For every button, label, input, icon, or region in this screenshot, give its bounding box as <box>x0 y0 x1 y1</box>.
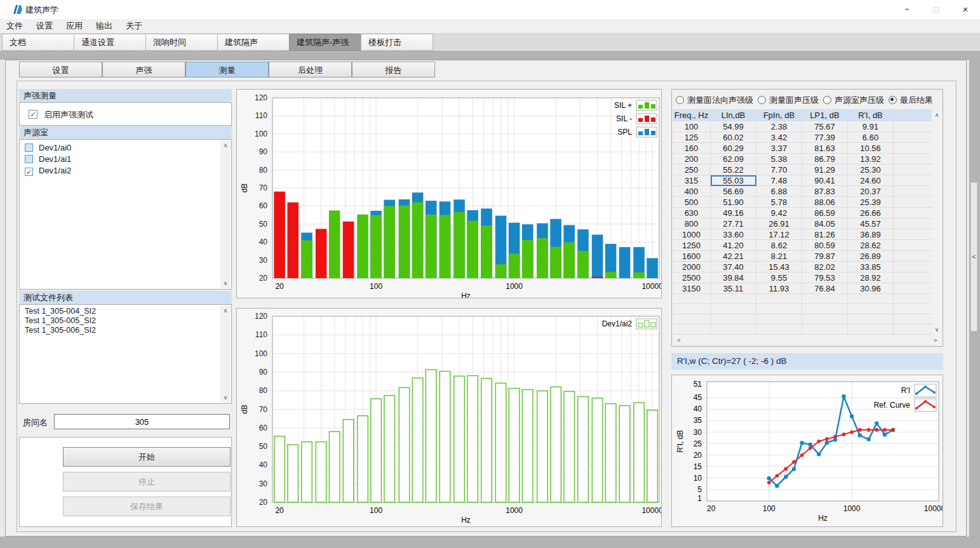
table-cell[interactable] <box>894 218 932 229</box>
main-tab-4[interactable]: 建筑隔声-声强 <box>289 34 361 51</box>
table-cell[interactable] <box>802 324 848 335</box>
main-tab-0[interactable]: 文档 <box>2 34 74 51</box>
table-cell[interactable]: 25.39 <box>848 197 894 208</box>
table-cell[interactable]: 49.16 <box>711 208 756 218</box>
table-cell[interactable]: 30.96 <box>848 283 894 294</box>
channel-checkbox[interactable]: ✓ <box>25 168 33 176</box>
table-header-cell[interactable]: FpIn, dB <box>756 109 802 121</box>
menu-item-4[interactable]: 关于 <box>121 20 147 32</box>
table-cell[interactable]: 800 <box>673 218 711 229</box>
table-cell[interactable]: 56.69 <box>711 186 756 197</box>
table-header-cell[interactable]: Freq., Hz <box>673 109 711 121</box>
table-cell[interactable]: 26.91 <box>756 218 802 229</box>
table-cell[interactable]: 45.57 <box>848 218 894 229</box>
table-cell[interactable] <box>673 294 711 304</box>
table-cell[interactable]: 33.85 <box>848 262 894 272</box>
table-cell[interactable] <box>802 294 848 304</box>
radio-selected-icon[interactable] <box>889 96 897 104</box>
table-cell[interactable]: 55.22 <box>711 164 756 175</box>
radio-option-0[interactable]: 测量面法向声强级 <box>676 95 753 105</box>
table-header-cell[interactable]: LIn,dB <box>711 109 756 121</box>
table-cell[interactable]: 315 <box>673 175 711 186</box>
table-cell[interactable]: 24.60 <box>848 175 894 186</box>
table-hscrollbar[interactable]: < > <box>673 335 942 345</box>
table-cell[interactable]: 8.21 <box>756 251 802 262</box>
table-cell[interactable]: 86.59 <box>802 208 848 218</box>
table-cell[interactable]: 13.92 <box>848 154 894 164</box>
sub-tab-4[interactable]: 报告 <box>352 62 435 77</box>
table-cell[interactable] <box>802 314 848 324</box>
table-cell[interactable]: 20.37 <box>848 186 894 197</box>
test-file-item-0[interactable]: Test 1_305-004_SI2 <box>20 307 231 316</box>
test-file-item-2[interactable]: Test 1_305-006_SI2 <box>20 326 231 335</box>
scroll-up-icon[interactable]: ∧ <box>220 305 231 316</box>
table-cell[interactable]: 81.63 <box>802 143 848 154</box>
table-cell[interactable]: 35.11 <box>711 283 756 294</box>
table-cell[interactable]: 79.53 <box>802 272 848 283</box>
maximize-button[interactable]: □ <box>922 0 951 19</box>
table-cell[interactable]: 17.12 <box>756 229 802 240</box>
table-cell[interactable] <box>894 175 932 186</box>
table-cell[interactable] <box>848 324 894 335</box>
table-cell[interactable] <box>848 304 894 314</box>
main-tab-2[interactable]: 混响时间 <box>145 34 218 51</box>
table-header-cell[interactable]: R'I, dB <box>848 109 894 121</box>
scroll-up-icon[interactable]: ∧ <box>220 140 231 150</box>
channel-checkbox[interactable] <box>25 155 33 163</box>
channel-checkbox[interactable] <box>25 144 33 152</box>
table-cell[interactable]: 88.06 <box>802 197 848 208</box>
table-cell[interactable]: 6.60 <box>848 132 894 143</box>
collapse-panel-handle[interactable]: < <box>970 182 977 331</box>
table-cell[interactable]: 51.90 <box>711 197 756 208</box>
table-cell[interactable] <box>673 304 711 314</box>
table-cell[interactable]: 77.39 <box>802 132 848 143</box>
scroll-up-icon[interactable]: ∧ <box>932 110 942 120</box>
table-cell[interactable]: 400 <box>673 186 711 197</box>
save-results-button[interactable]: 保存结果 <box>63 497 231 516</box>
table-cell[interactable]: 1600 <box>673 251 711 262</box>
close-button[interactable]: × <box>951 0 980 19</box>
table-cell[interactable] <box>894 240 932 251</box>
table-cell[interactable]: 630 <box>673 208 711 218</box>
table-cell[interactable]: 200 <box>673 154 711 164</box>
table-cell[interactable] <box>756 314 802 324</box>
table-cell[interactable] <box>894 132 932 143</box>
table-cell[interactable]: 41.20 <box>711 240 756 251</box>
table-cell[interactable] <box>894 283 932 294</box>
table-cell[interactable]: 36.89 <box>848 229 894 240</box>
table-cell[interactable]: 5.78 <box>756 197 802 208</box>
table-cell[interactable] <box>756 324 802 335</box>
table-cell[interactable]: 27.71 <box>711 218 756 229</box>
table-cell[interactable]: 60.29 <box>711 143 756 154</box>
table-cell[interactable]: 28.62 <box>848 240 894 251</box>
source-room-item-0[interactable]: Dev1/ai0 <box>20 142 231 154</box>
scroll-down-icon[interactable]: ∨ <box>220 392 231 403</box>
scroll-down-icon[interactable]: ∨ <box>220 278 231 288</box>
table-cell[interactable]: 9.55 <box>756 272 802 283</box>
source-room-scrollbar[interactable]: ∧ ∨ <box>220 140 231 288</box>
table-cell[interactable] <box>711 314 756 324</box>
scroll-left-icon[interactable]: < <box>674 335 684 345</box>
table-cell[interactable] <box>756 294 802 304</box>
table-cell[interactable]: 125 <box>673 132 711 143</box>
table-cell[interactable]: 87.83 <box>802 186 848 197</box>
table-cell[interactable] <box>894 208 932 218</box>
table-cell[interactable] <box>711 324 756 335</box>
sub-tab-0[interactable]: 设置 <box>19 62 102 77</box>
table-cell[interactable]: 37.40 <box>711 262 756 272</box>
table-cell[interactable]: 6.88 <box>756 186 802 197</box>
room-name-input[interactable] <box>54 414 230 429</box>
start-button[interactable]: 开始 <box>63 447 231 467</box>
table-cell[interactable]: 1250 <box>673 240 711 251</box>
sub-tab-3[interactable]: 后处理 <box>269 62 352 77</box>
table-cell[interactable] <box>711 304 756 314</box>
table-vscrollbar[interactable]: ∧ ∨ <box>932 110 942 335</box>
enable-intensity-checkbox[interactable]: ✓ <box>29 110 37 119</box>
table-cell[interactable]: 250 <box>673 164 711 175</box>
sub-tab-2[interactable]: 测量 <box>185 62 269 77</box>
table-cell[interactable] <box>894 186 932 197</box>
menu-item-0[interactable]: 文件 <box>1 20 28 32</box>
table-cell[interactable]: 79.87 <box>802 251 848 262</box>
table-cell[interactable]: 2500 <box>673 272 711 283</box>
table-cell[interactable]: 84.05 <box>802 218 848 229</box>
